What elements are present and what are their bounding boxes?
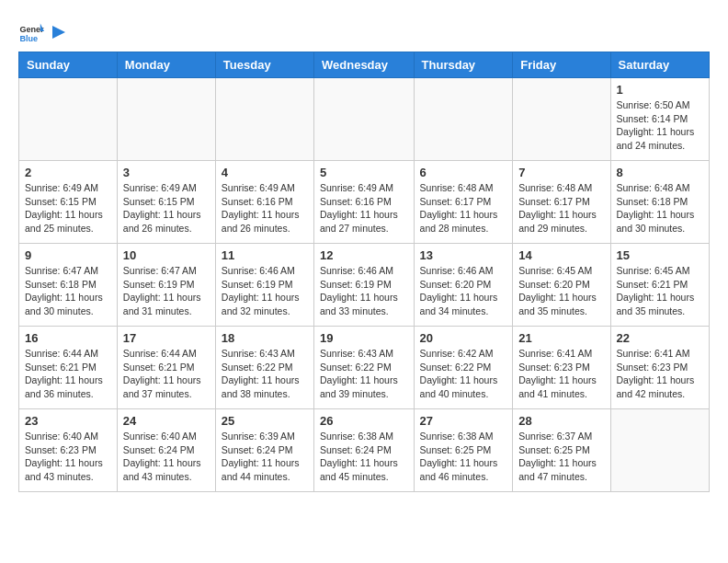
day-number: 27 [420, 414, 507, 428]
day-number: 1 [617, 83, 703, 97]
calendar-week-row: 23Sunrise: 6:40 AM Sunset: 6:23 PM Dayli… [19, 409, 710, 492]
day-info: Sunrise: 6:47 AM Sunset: 6:18 PM Dayligh… [25, 264, 111, 318]
day-number: 28 [518, 414, 604, 428]
day-info: Sunrise: 6:45 AM Sunset: 6:20 PM Dayligh… [518, 264, 604, 318]
calendar-cell: 22Sunrise: 6:41 AM Sunset: 6:23 PM Dayli… [610, 327, 709, 409]
calendar-cell: 23Sunrise: 6:40 AM Sunset: 6:23 PM Dayli… [19, 409, 118, 492]
calendar-cell: 2Sunrise: 6:49 AM Sunset: 6:15 PM Daylig… [19, 161, 118, 244]
calendar-cell: 24Sunrise: 6:40 AM Sunset: 6:24 PM Dayli… [117, 409, 215, 492]
calendar-cell [117, 78, 215, 161]
calendar-week-row: 2Sunrise: 6:49 AM Sunset: 6:15 PM Daylig… [19, 161, 710, 244]
day-number: 11 [222, 248, 308, 262]
day-info: Sunrise: 6:44 AM Sunset: 6:21 PM Dayligh… [25, 347, 111, 401]
day-number: 8 [617, 166, 703, 179]
day-number: 4 [222, 166, 308, 179]
day-number: 20 [420, 331, 507, 345]
day-info: Sunrise: 6:49 AM Sunset: 6:16 PM Dayligh… [320, 181, 408, 236]
day-info: Sunrise: 6:48 AM Sunset: 6:17 PM Dayligh… [420, 181, 507, 236]
svg-marker-3 [52, 26, 65, 39]
calendar-week-row: 9Sunrise: 6:47 AM Sunset: 6:18 PM Daylig… [19, 244, 710, 327]
day-number: 6 [420, 166, 507, 179]
day-number: 24 [123, 414, 210, 428]
svg-text:Blue: Blue [19, 34, 38, 43]
calendar-cell: 1Sunrise: 6:50 AM Sunset: 6:14 PM Daylig… [610, 78, 709, 161]
day-info: Sunrise: 6:47 AM Sunset: 6:19 PM Dayligh… [123, 264, 210, 318]
calendar-cell: 14Sunrise: 6:45 AM Sunset: 6:20 PM Dayli… [513, 244, 610, 327]
calendar-cell [610, 409, 709, 492]
day-info: Sunrise: 6:50 AM Sunset: 6:14 PM Dayligh… [617, 98, 703, 153]
calendar-cell: 3Sunrise: 6:49 AM Sunset: 6:15 PM Daylig… [117, 161, 215, 244]
day-number: 16 [25, 331, 111, 345]
day-info: Sunrise: 6:46 AM Sunset: 6:19 PM Dayligh… [222, 264, 308, 318]
page-header: General Blue [18, 18, 710, 44]
weekday-header: Friday [513, 52, 610, 78]
weekday-header: Thursday [414, 52, 513, 78]
day-info: Sunrise: 6:38 AM Sunset: 6:24 PM Dayligh… [320, 430, 408, 484]
calendar-cell [19, 78, 118, 161]
weekday-header: Sunday [19, 52, 118, 78]
day-number: 15 [617, 248, 703, 262]
day-number: 23 [25, 414, 111, 428]
day-info: Sunrise: 6:49 AM Sunset: 6:16 PM Dayligh… [222, 181, 308, 236]
day-info: Sunrise: 6:48 AM Sunset: 6:17 PM Dayligh… [518, 181, 604, 236]
calendar-cell: 27Sunrise: 6:38 AM Sunset: 6:25 PM Dayli… [414, 409, 513, 492]
day-info: Sunrise: 6:39 AM Sunset: 6:24 PM Dayligh… [222, 430, 308, 484]
day-number: 25 [222, 414, 308, 428]
day-info: Sunrise: 6:49 AM Sunset: 6:15 PM Dayligh… [123, 181, 210, 236]
day-info: Sunrise: 6:45 AM Sunset: 6:21 PM Dayligh… [617, 264, 703, 318]
calendar-cell [215, 78, 313, 161]
calendar-cell: 26Sunrise: 6:38 AM Sunset: 6:24 PM Dayli… [314, 409, 415, 492]
day-number: 22 [617, 331, 703, 345]
calendar-cell: 16Sunrise: 6:44 AM Sunset: 6:21 PM Dayli… [19, 327, 118, 409]
calendar-cell: 28Sunrise: 6:37 AM Sunset: 6:25 PM Dayli… [513, 409, 610, 492]
calendar-cell [513, 78, 610, 161]
calendar-cell: 19Sunrise: 6:43 AM Sunset: 6:22 PM Dayli… [314, 327, 415, 409]
calendar-cell: 17Sunrise: 6:44 AM Sunset: 6:21 PM Dayli… [117, 327, 215, 409]
calendar-cell: 10Sunrise: 6:47 AM Sunset: 6:19 PM Dayli… [117, 244, 215, 327]
day-number: 7 [518, 166, 604, 179]
day-number: 21 [518, 331, 604, 345]
day-number: 3 [123, 166, 210, 179]
calendar-cell [314, 78, 415, 161]
calendar-cell: 13Sunrise: 6:46 AM Sunset: 6:20 PM Dayli… [414, 244, 513, 327]
day-info: Sunrise: 6:40 AM Sunset: 6:24 PM Dayligh… [123, 430, 210, 484]
day-info: Sunrise: 6:41 AM Sunset: 6:23 PM Dayligh… [518, 347, 604, 401]
calendar-cell: 7Sunrise: 6:48 AM Sunset: 6:17 PM Daylig… [513, 161, 610, 244]
calendar-cell: 5Sunrise: 6:49 AM Sunset: 6:16 PM Daylig… [314, 161, 415, 244]
day-number: 10 [123, 248, 210, 262]
day-number: 14 [518, 248, 604, 262]
weekday-header: Tuesday [215, 52, 313, 78]
calendar-cell: 11Sunrise: 6:46 AM Sunset: 6:19 PM Dayli… [215, 244, 313, 327]
day-number: 19 [320, 331, 408, 345]
calendar-cell: 25Sunrise: 6:39 AM Sunset: 6:24 PM Dayli… [215, 409, 313, 492]
calendar-cell: 4Sunrise: 6:49 AM Sunset: 6:16 PM Daylig… [215, 161, 313, 244]
day-info: Sunrise: 6:38 AM Sunset: 6:25 PM Dayligh… [420, 430, 507, 484]
calendar-cell: 8Sunrise: 6:48 AM Sunset: 6:18 PM Daylig… [610, 161, 709, 244]
day-number: 5 [320, 166, 408, 179]
calendar-cell: 15Sunrise: 6:45 AM Sunset: 6:21 PM Dayli… [610, 244, 709, 327]
day-info: Sunrise: 6:48 AM Sunset: 6:18 PM Dayligh… [617, 181, 703, 236]
day-info: Sunrise: 6:46 AM Sunset: 6:19 PM Dayligh… [320, 264, 408, 318]
logo-flag-icon [49, 24, 65, 44]
day-number: 2 [25, 166, 111, 179]
day-info: Sunrise: 6:44 AM Sunset: 6:21 PM Dayligh… [123, 347, 210, 401]
calendar-header-row: SundayMondayTuesdayWednesdayThursdayFrid… [19, 52, 710, 78]
day-number: 17 [123, 331, 210, 345]
day-info: Sunrise: 6:41 AM Sunset: 6:23 PM Dayligh… [617, 347, 703, 401]
day-info: Sunrise: 6:46 AM Sunset: 6:20 PM Dayligh… [420, 264, 507, 318]
calendar-cell [414, 78, 513, 161]
calendar-cell: 20Sunrise: 6:42 AM Sunset: 6:22 PM Dayli… [414, 327, 513, 409]
day-number: 26 [320, 414, 408, 428]
calendar-cell: 12Sunrise: 6:46 AM Sunset: 6:19 PM Dayli… [314, 244, 415, 327]
calendar-table: SundayMondayTuesdayWednesdayThursdayFrid… [18, 52, 710, 492]
logo: General Blue [18, 18, 66, 44]
weekday-header: Wednesday [314, 52, 415, 78]
day-info: Sunrise: 6:37 AM Sunset: 6:25 PM Dayligh… [518, 430, 604, 484]
calendar-cell: 18Sunrise: 6:43 AM Sunset: 6:22 PM Dayli… [215, 327, 313, 409]
weekday-header: Monday [117, 52, 215, 78]
day-info: Sunrise: 6:40 AM Sunset: 6:23 PM Dayligh… [25, 430, 111, 484]
day-number: 9 [25, 248, 111, 262]
calendar-week-row: 16Sunrise: 6:44 AM Sunset: 6:21 PM Dayli… [19, 327, 710, 409]
day-info: Sunrise: 6:43 AM Sunset: 6:22 PM Dayligh… [320, 347, 408, 401]
day-info: Sunrise: 6:43 AM Sunset: 6:22 PM Dayligh… [222, 347, 308, 401]
